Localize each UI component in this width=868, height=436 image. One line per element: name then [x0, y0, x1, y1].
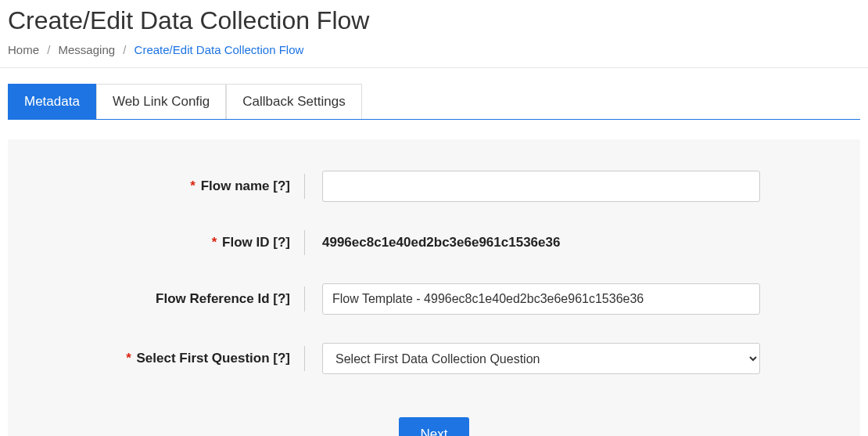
flow-name-label-text: Flow name [201, 178, 270, 193]
required-marker: * [212, 235, 217, 250]
flow-reference-id-label: Flow Reference Id [?] [23, 286, 305, 312]
flow-id-label: * Flow ID [?] [23, 230, 305, 255]
flow-reference-id-label-text: Flow Reference Id [156, 291, 269, 306]
flow-id-value: 4996ec8c1e40ed2bc3e6e961c1536e36 [322, 235, 560, 250]
breadcrumb-current: Create/Edit Data Collection Flow [135, 43, 304, 56]
help-icon[interactable]: [?] [273, 235, 290, 250]
metadata-panel: * Flow name [?] * Flow ID [?] 4996ec8c1e… [8, 139, 860, 436]
tab-web-link-config[interactable]: Web Link Config [96, 84, 226, 119]
help-icon[interactable]: [?] [273, 178, 290, 193]
tabs: Metadata Web Link Config Callback Settin… [8, 84, 860, 120]
breadcrumb-messaging[interactable]: Messaging [59, 43, 116, 56]
flow-name-input[interactable] [322, 171, 760, 202]
required-marker: * [126, 351, 131, 366]
breadcrumb-separator: / [47, 43, 50, 56]
flow-name-label: * Flow name [?] [23, 174, 305, 199]
tab-metadata[interactable]: Metadata [8, 84, 96, 119]
breadcrumb-home[interactable]: Home [8, 43, 39, 56]
next-button[interactable]: Next [399, 417, 470, 436]
flow-id-label-text: Flow ID [222, 235, 269, 250]
required-marker: * [190, 178, 195, 193]
flow-reference-id-input[interactable] [322, 283, 760, 315]
breadcrumb: Home / Messaging / Create/Edit Data Coll… [8, 43, 860, 56]
breadcrumb-separator: / [123, 43, 126, 56]
help-icon[interactable]: [?] [273, 291, 290, 306]
page-title: Create/Edit Data Collection Flow [8, 6, 860, 35]
first-question-label: * Select First Question [?] [23, 346, 305, 371]
tab-callback-settings[interactable]: Callback Settings [226, 84, 361, 119]
divider [0, 67, 868, 68]
first-question-select[interactable]: Select First Data Collection Question [322, 343, 760, 374]
help-icon[interactable]: [?] [273, 351, 290, 366]
first-question-label-text: Select First Question [137, 351, 270, 366]
